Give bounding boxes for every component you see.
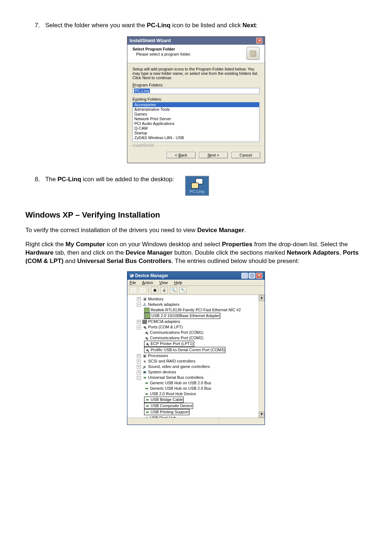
- step-7: 7. Select the folder where you want the …: [25, 22, 367, 29]
- dialog-instruction: Setup will add program icons to the Prog…: [132, 67, 260, 80]
- tree-item[interactable]: Generic USB Hub on USB 2.0 Bus: [130, 380, 264, 386]
- step-8: 8. The PC-Linq icon will be added to the…: [25, 176, 367, 196]
- tree-sound[interactable]: +Sound, video and game controllers: [130, 364, 264, 369]
- expand-icon[interactable]: +: [137, 297, 141, 301]
- step-7-text: Select the folder where you want the PC-…: [45, 22, 258, 29]
- next-button[interactable]: Next >: [199, 152, 228, 158]
- expand-icon[interactable]: +: [137, 360, 141, 364]
- tree-item[interactable]: Generic USB Hub on USB 2.0 Bus: [130, 386, 264, 391]
- port-icon: [145, 348, 150, 352]
- network-icon: [142, 303, 147, 307]
- monitor-icon: [142, 297, 147, 301]
- tree-item[interactable]: USB 2.0 10/100Base Ethernet Adapter: [130, 313, 264, 319]
- tree-item[interactable]: Communications Port (COM2): [130, 335, 264, 341]
- tree-ports[interactable]: –Ports (COM & LPT): [130, 324, 264, 330]
- tree-item[interactable]: USB Root Hub: [130, 415, 264, 418]
- list-item[interactable]: PCI Audio Applications: [133, 121, 259, 126]
- dialog-button-row: < Back Next > Cancel: [127, 150, 265, 163]
- cancel-button[interactable]: Cancel: [231, 152, 260, 158]
- usb-icon: [145, 410, 150, 414]
- menu-action[interactable]: Action: [142, 280, 153, 285]
- paragraph-2: Right click the My Computer icon on your…: [25, 240, 367, 266]
- scroll-down-icon[interactable]: ▼: [259, 412, 265, 418]
- expand-icon[interactable]: +: [137, 370, 141, 374]
- usb-icon: [145, 398, 150, 402]
- expand-icon[interactable]: +: [137, 365, 141, 369]
- minimize-icon[interactable]: _: [241, 273, 248, 279]
- pclinq-icon-graphic: [191, 178, 203, 189]
- tree-network[interactable]: –Network adapters: [130, 302, 264, 307]
- existing-folders-list[interactable]: Accessories Administrative Tools Games N…: [132, 102, 260, 142]
- scrollbar[interactable]: ▲ ▼: [258, 295, 265, 418]
- dialog-titlebar[interactable]: InstallShield Wizard ✕: [127, 37, 265, 45]
- cpu-icon: [142, 354, 147, 358]
- config-icon[interactable]: 🔧: [179, 287, 187, 293]
- tree-system[interactable]: +System devices: [130, 369, 264, 375]
- scroll-up-icon[interactable]: ▲: [259, 295, 265, 301]
- nic-icon: [144, 308, 150, 313]
- collapse-icon[interactable]: –: [137, 303, 141, 307]
- collapse-icon[interactable]: –: [137, 376, 141, 380]
- pclinq-desktop-icon[interactable]: PC-Linq: [185, 176, 209, 196]
- tree-item[interactable]: USB Printing Support: [130, 409, 264, 415]
- tree-item[interactable]: USB 2.0 Root Hub Device: [130, 391, 264, 397]
- tree-monitors[interactable]: +Monitors: [130, 296, 264, 302]
- step-8-text: The PC-Linq icon will be added to the de…: [45, 176, 174, 183]
- scan-icon[interactable]: 🔍: [170, 287, 177, 293]
- nic-icon: [145, 313, 150, 319]
- tree-item[interactable]: Realtek RTL8139 Family PCI Fast Ethernet…: [130, 307, 264, 313]
- usb-icon: [144, 386, 149, 391]
- dialog-header: Select Program Folder Please select a pr…: [127, 45, 265, 63]
- forward-icon[interactable]: →: [139, 287, 146, 293]
- step-8-number: 8.: [25, 176, 40, 183]
- properties-icon[interactable]: ▣: [151, 287, 158, 293]
- usb-icon: [145, 404, 150, 408]
- menu-file[interactable]: File: [130, 280, 136, 285]
- dialog-header-sub: Please select a program folder.: [136, 52, 244, 56]
- port-icon: [142, 325, 147, 329]
- expand-icon[interactable]: +: [137, 320, 141, 324]
- expand-icon[interactable]: +: [137, 354, 141, 358]
- section-heading: Windows XP – Verifying Installation: [25, 210, 367, 220]
- back-icon[interactable]: ←: [130, 287, 137, 293]
- tree-item[interactable]: USB Composite Device: [130, 403, 264, 409]
- system-icon: [142, 370, 147, 374]
- close-icon[interactable]: ✕: [256, 38, 262, 44]
- back-button[interactable]: < Back: [167, 152, 196, 158]
- step-7-number: 7.: [25, 22, 40, 29]
- maximize-icon[interactable]: ▢: [249, 273, 255, 279]
- tree-item[interactable]: ECP Printer Port (LPT1): [130, 341, 264, 347]
- port-icon: [145, 342, 150, 346]
- usb-icon: [142, 376, 147, 380]
- installshield-dialog: InstallShield Wizard ✕ Select Program Fo…: [127, 36, 265, 163]
- list-item[interactable]: Accessories: [133, 102, 259, 107]
- pclinq-icon-label: PC-Linq: [187, 189, 207, 194]
- dm-toolbar: ← → ▣ 🖨 🔍 🔧: [127, 286, 265, 295]
- tree-processors[interactable]: +Processors: [130, 353, 264, 358]
- print-icon[interactable]: 🖨: [160, 287, 168, 293]
- program-folder-input[interactable]: PC-Linq: [132, 88, 260, 94]
- port-icon: [144, 331, 149, 335]
- close-icon[interactable]: ✕: [256, 273, 262, 279]
- menu-help[interactable]: Help: [174, 280, 183, 285]
- dm-menubar: File Action View Help: [127, 280, 265, 286]
- sound-icon: [142, 365, 147, 369]
- tree-item[interactable]: Prolific USB-to-Serial Comm Port (COM3): [130, 347, 264, 353]
- list-item[interactable]: Administrative Tools: [133, 107, 259, 112]
- tree-pcmcia[interactable]: +PCMCIA adapters: [130, 319, 264, 324]
- list-item[interactable]: Q-CAM: [133, 126, 259, 131]
- dm-tree[interactable]: +Monitors –Network adapters Realtek RTL8…: [127, 295, 265, 418]
- dm-titlebar[interactable]: 🖳 Device Manager _ ▢ ✕: [127, 272, 265, 280]
- collapse-icon[interactable]: –: [137, 325, 141, 329]
- program-folders-label: Program Folders:: [132, 83, 260, 87]
- tree-item[interactable]: Communications Port (COM1): [130, 330, 264, 335]
- tree-item[interactable]: USB Bridge Cable: [130, 397, 264, 403]
- list-item[interactable]: ZyDAS Wireless LAN - USB: [133, 135, 259, 140]
- tree-scsi[interactable]: +SCSI and RAID controllers: [130, 358, 264, 364]
- tree-usb-controllers[interactable]: –Universal Serial Bus controllers: [130, 375, 264, 380]
- list-item[interactable]: Startup: [133, 131, 259, 135]
- list-item[interactable]: Games: [133, 112, 259, 117]
- usb-icon: [144, 381, 149, 385]
- list-item[interactable]: Network Print Server: [133, 117, 259, 121]
- menu-view[interactable]: View: [159, 280, 168, 285]
